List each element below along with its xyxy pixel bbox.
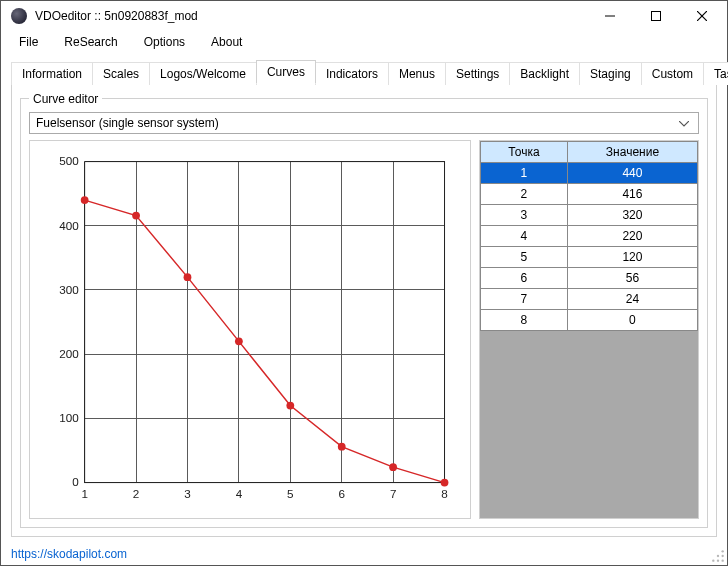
tab-curves[interactable]: Curves bbox=[256, 60, 316, 84]
tab-staging[interactable]: Staging bbox=[579, 62, 642, 85]
tab-information[interactable]: Information bbox=[11, 62, 93, 85]
cell-point[interactable]: 4 bbox=[481, 225, 568, 246]
svg-point-38 bbox=[338, 442, 346, 450]
table-row[interactable]: 3320 bbox=[481, 204, 698, 225]
menu-research[interactable]: ReSearch bbox=[52, 32, 129, 52]
tab-logos[interactable]: Logos/Welcome bbox=[149, 62, 257, 85]
cell-value[interactable]: 320 bbox=[567, 204, 697, 225]
cell-value[interactable]: 0 bbox=[567, 309, 697, 330]
svg-text:2: 2 bbox=[133, 487, 139, 500]
svg-text:1: 1 bbox=[81, 487, 87, 500]
cell-point[interactable]: 3 bbox=[481, 204, 568, 225]
col-header-value[interactable]: Значение bbox=[567, 141, 697, 162]
svg-point-37 bbox=[286, 401, 294, 409]
cell-point[interactable]: 2 bbox=[481, 183, 568, 204]
svg-text:3: 3 bbox=[184, 487, 190, 500]
table-row[interactable]: 80 bbox=[481, 309, 698, 330]
table-row[interactable]: 724 bbox=[481, 288, 698, 309]
svg-point-45 bbox=[717, 555, 719, 557]
svg-point-40 bbox=[441, 478, 449, 486]
tab-custom[interactable]: Custom bbox=[641, 62, 704, 85]
tabstrip: Information Scales Logos/Welcome Curves … bbox=[1, 53, 727, 83]
curve-editor-legend: Curve editor bbox=[29, 92, 102, 106]
tab-scales[interactable]: Scales bbox=[92, 62, 150, 85]
svg-point-35 bbox=[184, 273, 192, 281]
table-row[interactable]: 2416 bbox=[481, 183, 698, 204]
curve-plot-svg: 0100200300400500 12345678 bbox=[36, 147, 464, 517]
menu-options[interactable]: Options bbox=[132, 32, 197, 52]
svg-point-36 bbox=[235, 337, 243, 345]
svg-text:7: 7 bbox=[390, 487, 396, 500]
table-row[interactable]: 656 bbox=[481, 267, 698, 288]
menubar: File ReSearch Options About bbox=[1, 31, 727, 53]
col-header-point[interactable]: Точка bbox=[481, 141, 568, 162]
tab-indicators[interactable]: Indicators bbox=[315, 62, 389, 85]
cell-value[interactable]: 24 bbox=[567, 288, 697, 309]
tab-settings[interactable]: Settings bbox=[445, 62, 510, 85]
curve-table[interactable]: Точка Значение 1440241633204220512065672… bbox=[480, 141, 698, 331]
tab-backlight[interactable]: Backlight bbox=[509, 62, 580, 85]
titlebar: VDOeditor :: 5n0920883f_mod bbox=[1, 1, 727, 31]
svg-rect-1 bbox=[652, 12, 661, 21]
app-window: VDOeditor :: 5n0920883f_mod File ReSearc… bbox=[0, 0, 728, 566]
svg-text:100: 100 bbox=[59, 411, 79, 424]
curve-plot: 0100200300400500 12345678 bbox=[29, 140, 471, 520]
svg-rect-32 bbox=[85, 161, 445, 482]
svg-text:0: 0 bbox=[72, 475, 79, 488]
minimize-button[interactable] bbox=[587, 1, 633, 31]
close-button[interactable] bbox=[679, 1, 725, 31]
svg-point-46 bbox=[722, 550, 724, 552]
resize-grip-icon[interactable] bbox=[711, 549, 725, 563]
maximize-button[interactable] bbox=[633, 1, 679, 31]
curve-table-wrapper: Точка Значение 1440241633204220512065672… bbox=[479, 140, 699, 520]
svg-text:6: 6 bbox=[338, 487, 344, 500]
cell-value[interactable]: 120 bbox=[567, 246, 697, 267]
table-row[interactable]: 5120 bbox=[481, 246, 698, 267]
table-row[interactable]: 1440 bbox=[481, 162, 698, 183]
cell-point[interactable]: 8 bbox=[481, 309, 568, 330]
statusbar: https://skodapilot.com bbox=[1, 543, 727, 565]
window-title: VDOeditor :: 5n0920883f_mod bbox=[35, 9, 198, 23]
svg-point-34 bbox=[132, 211, 140, 219]
curve-editor-group: Curve editor Fuelsensor (single sensor s… bbox=[20, 92, 708, 529]
svg-point-39 bbox=[389, 463, 397, 471]
svg-text:200: 200 bbox=[59, 347, 79, 360]
tab-menus[interactable]: Menus bbox=[388, 62, 446, 85]
svg-text:500: 500 bbox=[59, 154, 79, 167]
svg-text:400: 400 bbox=[59, 218, 79, 231]
cell-point[interactable]: 5 bbox=[481, 246, 568, 267]
svg-text:8: 8 bbox=[441, 487, 447, 500]
curve-select-dropdown[interactable]: Fuelsensor (single sensor system) bbox=[29, 112, 699, 134]
cell-value[interactable]: 56 bbox=[567, 267, 697, 288]
cell-value[interactable]: 220 bbox=[567, 225, 697, 246]
minimize-icon bbox=[605, 11, 615, 21]
cell-point[interactable]: 6 bbox=[481, 267, 568, 288]
table-row[interactable]: 4220 bbox=[481, 225, 698, 246]
cell-point[interactable]: 7 bbox=[481, 288, 568, 309]
svg-text:5: 5 bbox=[287, 487, 293, 500]
svg-point-43 bbox=[722, 555, 724, 557]
close-icon bbox=[697, 11, 707, 21]
svg-text:4: 4 bbox=[236, 487, 243, 500]
svg-text:300: 300 bbox=[59, 283, 79, 296]
maximize-icon bbox=[651, 11, 661, 21]
status-link[interactable]: https://skodapilot.com bbox=[11, 547, 127, 561]
menu-about[interactable]: About bbox=[199, 32, 254, 52]
menu-file[interactable]: File bbox=[7, 32, 50, 52]
cell-point[interactable]: 1 bbox=[481, 162, 568, 183]
app-icon bbox=[11, 8, 27, 24]
cell-value[interactable]: 440 bbox=[567, 162, 697, 183]
svg-point-42 bbox=[717, 560, 719, 562]
curve-select-value: Fuelsensor (single sensor system) bbox=[36, 116, 676, 130]
svg-point-41 bbox=[722, 560, 724, 562]
svg-point-44 bbox=[712, 560, 714, 562]
tab-panel-curves: Curve editor Fuelsensor (single sensor s… bbox=[11, 83, 717, 538]
svg-point-33 bbox=[81, 196, 89, 204]
chevron-down-icon bbox=[676, 116, 692, 130]
cell-value[interactable]: 416 bbox=[567, 183, 697, 204]
tab-tasks[interactable]: Tasks bbox=[703, 62, 728, 85]
